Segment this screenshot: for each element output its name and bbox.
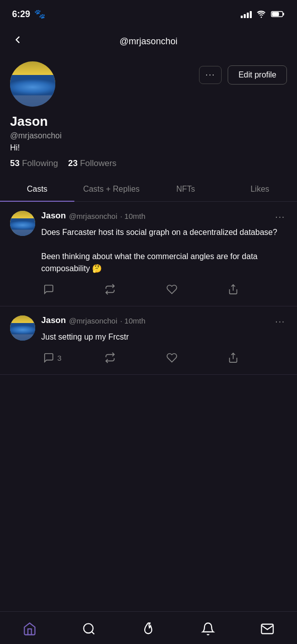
cast-meta: Jason @mrjasonchoi · 10mth	[41, 315, 145, 326]
status-bar: 6:29 🐾	[0, 0, 297, 26]
cast-time: · 10mth	[120, 212, 145, 220]
feed: Jason @mrjasonchoi · 10mth ··· Does Farc…	[0, 202, 297, 375]
cast-header: Jason @mrjasonchoi · 10mth ···	[41, 315, 287, 327]
nav-notifications-button[interactable]	[193, 619, 223, 639]
recast-icon	[105, 352, 116, 363]
cast-item: Jason @mrjasonchoi · 10mth ··· Just sett…	[0, 306, 297, 375]
status-icons	[241, 10, 285, 18]
tab-likes[interactable]: Likes	[223, 178, 297, 202]
reply-button[interactable]	[41, 282, 103, 297]
wifi-icon	[256, 10, 267, 18]
cast-item: Jason @mrjasonchoi · 10mth ··· Does Farc…	[0, 202, 297, 306]
tab-casts[interactable]: Casts	[0, 178, 74, 202]
cast-avatar	[10, 211, 35, 236]
cast-body: Jason @mrjasonchoi · 10mth ··· Just sett…	[41, 315, 287, 365]
cast-handle: @mrjasonchoi	[69, 316, 117, 325]
search-icon	[82, 622, 96, 636]
nav-feed-button[interactable]	[133, 619, 163, 639]
cast-handle: @mrjasonchoi	[69, 212, 117, 220]
tab-casts-replies[interactable]: Casts + Replies	[74, 178, 149, 202]
bottom-nav	[0, 611, 297, 644]
home-icon	[23, 622, 37, 636]
nav-search-button[interactable]	[74, 619, 104, 639]
share-button[interactable]	[226, 282, 287, 297]
signal-icon	[241, 10, 252, 18]
cast-more-button[interactable]: ···	[273, 211, 287, 222]
header: @mrjasonchoi	[0, 26, 297, 56]
svg-point-5	[84, 624, 93, 633]
edit-profile-button[interactable]: Edit profile	[228, 65, 287, 85]
cast-body: Jason @mrjasonchoi · 10mth ··· Does Farc…	[41, 211, 287, 297]
tabs: Casts Casts + Replies NFTs Likes	[0, 178, 297, 202]
profile-top: ··· Edit profile	[10, 61, 287, 107]
mail-icon	[260, 622, 274, 636]
bell-icon	[201, 622, 215, 636]
profile-bio: Hi!	[10, 143, 287, 152]
svg-line-6	[92, 631, 94, 634]
cast-avatar	[10, 315, 35, 341]
heart-icon	[166, 352, 177, 363]
reply-icon	[43, 352, 54, 363]
profile-stats: 53 Following 23 Followers	[10, 158, 287, 169]
profile-handle: @mrjasonchoi	[10, 131, 287, 140]
like-button[interactable]	[164, 282, 226, 297]
paw-icon: 🐾	[34, 9, 45, 20]
reply-count: 3	[57, 354, 61, 362]
recast-button[interactable]	[103, 282, 164, 297]
header-title: @mrjasonchoi	[120, 36, 177, 47]
svg-rect-1	[283, 13, 284, 15]
cast-text: Just setting up my Frcstr	[41, 331, 287, 343]
nav-home-button[interactable]	[15, 619, 45, 639]
heart-icon	[166, 284, 177, 295]
share-icon	[228, 352, 239, 363]
avatar	[10, 61, 55, 107]
cast-actions	[41, 282, 287, 297]
back-button[interactable]	[10, 32, 25, 50]
like-button[interactable]	[164, 350, 226, 365]
cast-more-button[interactable]: ···	[273, 315, 287, 327]
flame-icon	[141, 622, 155, 636]
cast-time: · 10mth	[120, 316, 145, 325]
profile-name: Jason	[10, 114, 287, 129]
status-time: 6:29	[12, 9, 30, 20]
profile-section: ··· Edit profile Jason @mrjasonchoi Hi! …	[0, 56, 297, 169]
recast-icon	[105, 284, 116, 295]
reply-button[interactable]: 3	[41, 350, 103, 365]
profile-actions: ··· Edit profile	[199, 61, 287, 85]
tab-nfts[interactable]: NFTs	[149, 178, 223, 202]
reply-icon	[43, 284, 54, 295]
share-button[interactable]	[226, 350, 287, 365]
following-stat[interactable]: 53 Following	[10, 158, 58, 169]
nav-messages-button[interactable]	[252, 619, 282, 639]
svg-rect-2	[272, 12, 279, 16]
more-button[interactable]: ···	[199, 66, 222, 84]
followers-stat[interactable]: 23 Followers	[68, 158, 116, 169]
battery-icon	[271, 10, 285, 18]
cast-text: Does Farcaster host its social graph on …	[41, 226, 287, 275]
cast-meta: Jason @mrjasonchoi · 10mth	[41, 211, 145, 221]
cast-author: Jason	[41, 211, 66, 221]
share-icon	[228, 284, 239, 295]
cast-actions: 3	[41, 350, 287, 365]
cast-author: Jason	[41, 315, 66, 326]
recast-button[interactable]	[103, 350, 164, 365]
cast-header: Jason @mrjasonchoi · 10mth ···	[41, 211, 287, 222]
